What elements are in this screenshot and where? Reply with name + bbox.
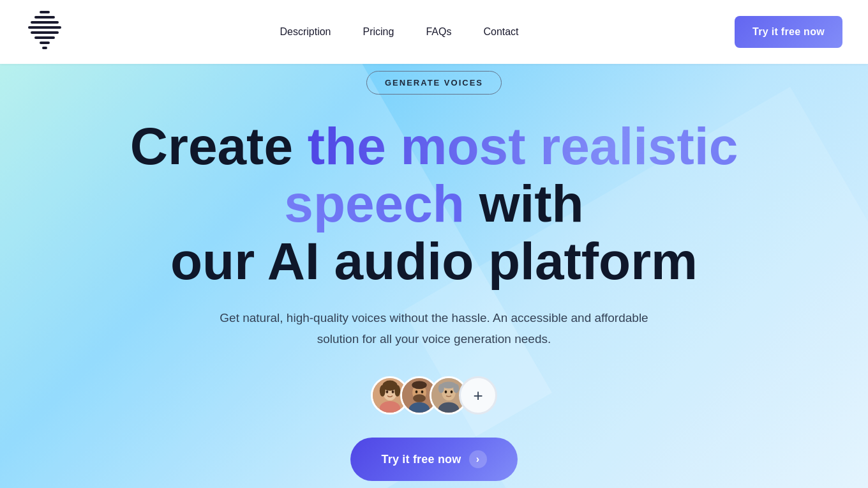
generate-voices-badge[interactable]: GENERATE VOICES	[366, 71, 502, 95]
svg-point-12	[394, 385, 400, 397]
svg-point-21	[415, 390, 418, 393]
svg-rect-1	[34, 16, 55, 19]
svg-point-11	[380, 385, 385, 397]
svg-rect-7	[42, 47, 47, 49]
svg-point-27	[453, 384, 459, 393]
hero-content: GENERATE VOICES Create the most realisti…	[83, 71, 785, 481]
navbar: Description Pricing FAQs Contact Try it …	[0, 0, 868, 64]
nav-pricing[interactable]: Pricing	[363, 26, 394, 37]
svg-rect-6	[40, 42, 50, 44]
svg-point-19	[413, 394, 426, 402]
svg-point-22	[421, 390, 424, 393]
svg-point-14	[386, 390, 389, 393]
hero-subtext: Get natural, high-quality voices without…	[217, 308, 651, 349]
hero-headline: Create the most realistic speech withour…	[83, 118, 785, 291]
svg-rect-2	[31, 21, 59, 24]
nav-links: Description Pricing FAQs Contact	[280, 26, 518, 38]
logo-icon	[26, 10, 64, 54]
svg-point-18	[412, 381, 426, 390]
headline-part1: Create	[130, 117, 308, 175]
svg-point-15	[392, 390, 394, 393]
hero-cta-label: Try it free now	[381, 453, 461, 466]
svg-rect-4	[31, 31, 59, 34]
avatars-group: +	[371, 376, 497, 415]
nav-faqs[interactable]: FAQs	[426, 26, 451, 37]
svg-rect-3	[28, 26, 61, 29]
svg-point-26	[438, 384, 444, 393]
logo[interactable]	[26, 10, 64, 54]
svg-point-30	[451, 390, 453, 393]
avatar-plus-button[interactable]: +	[459, 376, 497, 415]
hero-section: GENERATE VOICES Create the most realisti…	[0, 64, 868, 488]
nav-description[interactable]: Description	[280, 26, 331, 37]
svg-rect-0	[40, 11, 50, 13]
hero-cta-button[interactable]: Try it free now ›	[350, 438, 517, 481]
svg-point-29	[445, 390, 447, 393]
svg-rect-5	[34, 36, 55, 39]
nav-contact[interactable]: Contact	[483, 26, 518, 37]
hero-cta-arrow-icon: ›	[469, 450, 487, 468]
navbar-cta-button[interactable]: Try it free now	[735, 16, 842, 48]
